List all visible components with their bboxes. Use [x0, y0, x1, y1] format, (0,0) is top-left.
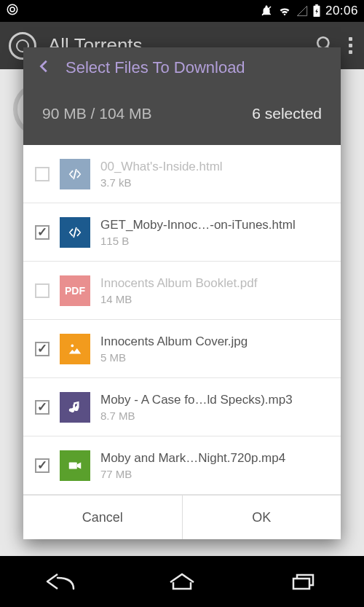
mute-icon	[260, 4, 273, 17]
file-row[interactable]: Moby and Mark…Night.720p.mp4 77 MB	[23, 436, 341, 495]
file-size: 115 B	[100, 235, 329, 247]
file-checkbox[interactable]	[35, 342, 50, 356]
battery-charging-icon	[312, 4, 321, 17]
file-type-icon	[60, 392, 90, 423]
file-text: 00_What's-Inside.html 3.7 kB	[100, 159, 329, 189]
file-text: Moby and Mark…Night.720p.mp4 77 MB	[100, 450, 329, 480]
file-type-icon	[60, 217, 90, 248]
dialog-header: Select Files To Download	[23, 47, 341, 88]
svg-point-5	[317, 37, 328, 48]
file-checkbox[interactable]	[35, 167, 50, 181]
file-row[interactable]: 00_What's-Inside.html 3.7 kB	[23, 145, 341, 203]
file-name: 00_What's-Inside.html	[100, 159, 329, 175]
file-size: 8.7 MB	[100, 410, 329, 422]
svg-rect-11	[293, 579, 309, 589]
ok-button[interactable]: OK	[183, 496, 341, 539]
nav-home-button[interactable]	[160, 567, 204, 596]
app-notification-icon	[6, 3, 19, 16]
file-list: 00_What's-Inside.html 3.7 kB GET_Moby-In…	[23, 145, 341, 495]
file-type-icon: PDF	[60, 275, 90, 306]
file-checkbox[interactable]	[35, 283, 50, 298]
nav-back-button[interactable]	[39, 567, 82, 596]
file-text: Moby - A Case fo…ld Specks).mp3 8.7 MB	[100, 392, 329, 422]
file-checkbox[interactable]	[35, 400, 50, 415]
svg-rect-4	[315, 4, 318, 6]
size-summary: 90 MB / 104 MB	[42, 105, 152, 122]
svg-rect-10	[69, 462, 77, 469]
file-size: 77 MB	[100, 468, 329, 480]
file-checkbox[interactable]	[35, 458, 50, 473]
file-type-icon	[60, 450, 90, 481]
file-size: 5 MB	[100, 351, 329, 364]
file-name: Moby and Mark…Night.720p.mp4	[100, 450, 329, 466]
file-text: Innocents Album Cover.jpg 5 MB	[100, 334, 329, 364]
svg-point-1	[10, 7, 15, 12]
back-icon[interactable]	[36, 58, 52, 77]
file-row[interactable]: GET_Moby-Innoc…-on-iTunes.html 115 B	[23, 203, 341, 262]
navigation-bar	[0, 556, 364, 607]
selected-summary: 6 selected	[252, 105, 322, 122]
dialog-title: Select Files To Download	[66, 58, 245, 77]
status-bar: 20:06	[0, 0, 364, 22]
svg-point-0	[7, 4, 17, 15]
svg-point-9	[71, 344, 74, 347]
file-text: GET_Moby-Innoc…-on-iTunes.html 115 B	[100, 217, 329, 247]
cancel-button[interactable]: Cancel	[23, 496, 183, 539]
file-row[interactable]: Innocents Album Cover.jpg 5 MB	[23, 320, 341, 378]
wifi-icon	[277, 5, 292, 17]
file-name: Moby - A Case fo…ld Specks).mp3	[100, 392, 329, 408]
file-size: 3.7 kB	[100, 176, 329, 189]
file-name: GET_Moby-Innoc…-on-iTunes.html	[100, 217, 329, 233]
file-row[interactable]: PDF Innocents Album Booklet.pdf 14 MB	[23, 262, 341, 320]
select-files-dialog: Select Files To Download 90 MB / 104 MB …	[23, 47, 341, 539]
svg-rect-8	[73, 227, 77, 238]
file-size: 14 MB	[100, 293, 329, 305]
file-name: Innocents Album Cover.jpg	[100, 334, 329, 350]
svg-rect-7	[73, 168, 77, 179]
dialog-buttons: Cancel OK	[23, 495, 341, 539]
clock-text: 20:06	[325, 4, 358, 18]
overflow-menu-icon[interactable]	[346, 34, 355, 57]
file-row[interactable]: Moby - A Case fo…ld Specks).mp3 8.7 MB	[23, 378, 341, 436]
dialog-info-bar: 90 MB / 104 MB 6 selected	[23, 88, 341, 145]
file-text: Innocents Album Booklet.pdf 14 MB	[100, 275, 329, 305]
file-type-icon	[60, 334, 90, 364]
nav-recent-button[interactable]	[282, 567, 325, 596]
file-checkbox[interactable]	[35, 225, 50, 240]
signal-icon	[296, 5, 308, 17]
file-name: Innocents Album Booklet.pdf	[100, 275, 329, 291]
file-type-icon	[60, 159, 90, 189]
